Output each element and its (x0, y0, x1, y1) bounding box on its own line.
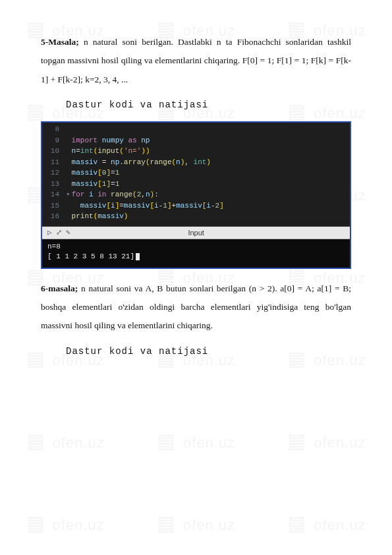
fold-icon: ▾ (66, 189, 72, 200)
stack-icon (157, 514, 179, 537)
problem-6-label: 6-masala; (41, 283, 78, 293)
svg-rect-51 (290, 436, 303, 438)
code-line: 15 massiv[i]=massiv[i-1]+massiv[i-2] (42, 200, 350, 212)
code-editor-area: 8 9 import numpy as np10 n=int(input('n=… (42, 123, 350, 226)
svg-rect-58 (159, 523, 173, 526)
watermark-item: ofen.uz (287, 432, 366, 454)
code-text (72, 124, 350, 135)
svg-rect-55 (29, 523, 42, 526)
page-content: 5-Masala; n natural soni berilgan. Dastl… (0, 0, 392, 394)
watermark-text: ofen.uz (53, 517, 105, 534)
fold-icon (66, 157, 72, 168)
line-number: 12 (42, 167, 66, 179)
svg-rect-61 (290, 523, 303, 526)
code-text: massiv[1]=1 (72, 179, 350, 190)
svg-rect-57 (159, 518, 173, 521)
fold-icon (66, 179, 72, 190)
svg-rect-59 (159, 529, 173, 532)
code-line: 14▾for i in range(2,n): (42, 189, 350, 200)
problem-5: 5-Masala; n natural soni berilgan. Dastl… (41, 33, 351, 89)
fold-icon (66, 146, 72, 157)
watermark-text: ofen.uz (183, 434, 235, 452)
code-line: 10 n=int(input('n=')) (42, 146, 350, 157)
wrench-icon: ✎ (66, 227, 70, 239)
line-number: 15 (42, 200, 66, 212)
cursor-icon (136, 253, 140, 260)
code-text: massiv = np.array(range(n), int) (72, 157, 350, 168)
stack-icon (26, 514, 49, 537)
svg-rect-45 (29, 436, 42, 438)
watermark-item: ofen.uz (287, 514, 366, 537)
code-screenshot: 8 9 import numpy as np10 n=int(input('n=… (41, 121, 351, 268)
line-number: 16 (42, 211, 66, 222)
line-number: 10 (42, 146, 66, 157)
watermark-item: ofen.uz (157, 432, 235, 454)
code-text: n=int(input('n=')) (72, 146, 350, 157)
line-number: 13 (42, 179, 66, 190)
svg-rect-49 (159, 441, 173, 444)
watermark-text: ofen.uz (53, 434, 105, 452)
watermark-text: ofen.uz (183, 517, 235, 534)
watermark-text: ofen.uz (314, 434, 366, 452)
fold-icon (66, 167, 72, 179)
svg-rect-53 (290, 447, 303, 450)
io-panel-label: Input (75, 227, 317, 239)
code-line: 16 print(massiv) (42, 211, 350, 222)
io-panel-header: ▷ ⤢ ✎ Input (42, 226, 350, 239)
svg-rect-54 (29, 518, 42, 521)
line-number: 8 (42, 124, 66, 135)
stack-icon (26, 432, 49, 454)
problem-6: 6-masala; n natural soni va A, B butun s… (41, 279, 351, 336)
svg-rect-52 (290, 441, 303, 444)
fold-icon (66, 200, 72, 212)
code-text: import numpy as np (72, 135, 350, 146)
io-line: [ 1 1 2 3 5 8 13 21] (47, 252, 345, 262)
code-line: 11 massiv = np.array(range(n), int) (42, 157, 350, 168)
fold-icon (66, 211, 72, 222)
svg-rect-50 (159, 447, 173, 450)
stack-icon (287, 514, 310, 537)
code-line: 13 massiv[1]=1 (42, 179, 350, 190)
code-text: massiv[i]=massiv[i-1]+massiv[i-2] (72, 200, 350, 212)
expand-icon: ⤢ (56, 227, 62, 239)
watermark-item: ofen.uz (26, 432, 105, 454)
fold-icon (66, 135, 72, 146)
watermark-item: ofen.uz (157, 514, 235, 537)
io-panel-body: n=8[ 1 1 2 3 5 8 13 21] (42, 239, 350, 268)
code-line: 8 (42, 124, 350, 135)
code-line: 9 import numpy as np (42, 135, 350, 146)
code-text: for i in range(2,n): (72, 189, 350, 200)
line-number: 11 (42, 157, 66, 168)
section-title-1: Dastur kodi va natijasi (66, 96, 351, 115)
code-line: 12 massiv[0]=1 (42, 167, 350, 179)
stack-icon (157, 432, 179, 454)
problem-6-text: n natural soni va A, B butun sonlari ber… (41, 283, 351, 331)
fold-icon (66, 124, 72, 135)
svg-rect-56 (29, 529, 42, 532)
problem-5-text: n natural soni berilgan. Dastlabki n ta … (41, 37, 351, 84)
section-title-2: Dastur kodi va natijasi (66, 342, 351, 361)
run-icon: ▷ (47, 227, 52, 239)
code-text: massiv[0]=1 (72, 167, 350, 179)
problem-5-label: 5-Masala; (41, 37, 79, 47)
watermark-text: ofen.uz (314, 517, 366, 534)
svg-rect-46 (29, 441, 42, 444)
watermark-item: ofen.uz (26, 514, 105, 537)
svg-rect-62 (290, 529, 303, 532)
line-number: 14 (42, 189, 66, 200)
svg-rect-48 (159, 436, 173, 438)
code-text: print(massiv) (72, 211, 350, 222)
line-number: 9 (42, 135, 66, 146)
svg-rect-47 (29, 447, 42, 450)
io-line: n=8 (47, 242, 345, 252)
svg-rect-60 (290, 518, 303, 521)
stack-icon (287, 432, 310, 454)
